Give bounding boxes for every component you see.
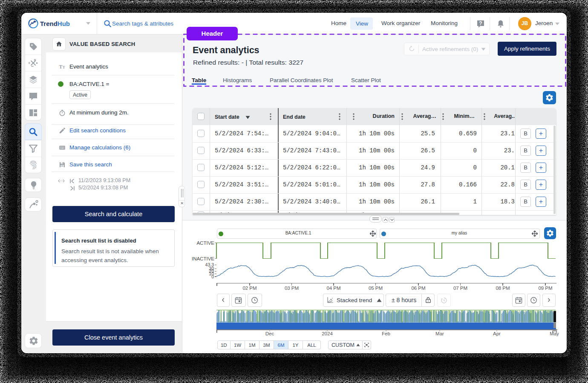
svg-text:03 PM: 03 PM — [285, 286, 299, 291]
svg-text:05 PM: 05 PM — [369, 286, 383, 291]
svg-text:?: ? — [479, 20, 482, 26]
svg-text:06 PM: 06 PM — [411, 286, 425, 291]
svg-text:08 PM: 08 PM — [496, 286, 510, 291]
svg-text:T: T — [59, 64, 63, 70]
svg-text:T: T — [63, 65, 65, 69]
svg-text:Mar: Mar — [435, 331, 444, 336]
svg-text:Feb: Feb — [382, 331, 390, 336]
svg-text:09 PM: 09 PM — [538, 286, 552, 291]
svg-text:07 PM: 07 PM — [453, 286, 467, 291]
svg-text:2024: 2024 — [322, 331, 333, 336]
svg-text:Apr: Apr — [493, 331, 501, 336]
svg-text:INACTIVE: INACTIVE — [192, 256, 214, 261]
svg-text:0: 0 — [211, 274, 214, 279]
svg-text:May: May — [550, 331, 559, 336]
svg-text:04 PM: 04 PM — [326, 286, 340, 291]
svg-text:02 PM: 02 PM — [242, 286, 257, 291]
svg-text:Dec: Dec — [265, 331, 274, 336]
svg-text:ACTIVE: ACTIVE — [196, 240, 214, 246]
